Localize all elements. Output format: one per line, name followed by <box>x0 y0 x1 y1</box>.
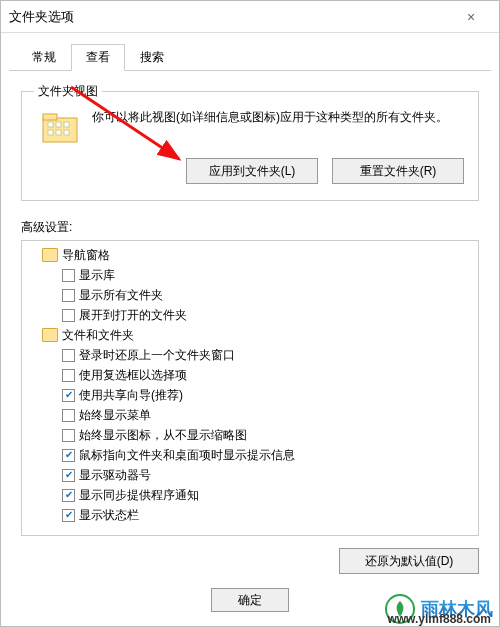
advanced-settings-label: 高级设置: <box>21 219 479 236</box>
svg-rect-5 <box>48 130 53 135</box>
reset-folders-button[interactable]: 重置文件夹(R) <box>332 158 464 184</box>
folder-view-group: 文件夹视图 你可以将此视图(如详细信息或图标)应用于这种类型的所有文件夹。 应用… <box>21 91 479 201</box>
titlebar: 文件夹选项 × <box>1 1 499 33</box>
checkbox[interactable]: ✔ <box>62 449 75 462</box>
tab-content: 文件夹视图 你可以将此视图(如详细信息或图标)应用于这种类型的所有文件夹。 应用… <box>1 71 499 582</box>
tree-group: 文件和文件夹 <box>24 325 476 345</box>
tree-group: 导航窗格 <box>24 245 476 265</box>
checkbox[interactable]: ✔ <box>62 489 75 502</box>
tree-check-item[interactable]: 始终显示图标，从不显示缩略图 <box>24 425 476 445</box>
tree-check-item[interactable]: ✔显示同步提供程序通知 <box>24 485 476 505</box>
tab-search[interactable]: 搜索 <box>125 44 179 71</box>
checkbox[interactable] <box>62 269 75 282</box>
tree-check-item[interactable]: 使用复选框以选择项 <box>24 365 476 385</box>
tree-check-item[interactable]: 显示所有文件夹 <box>24 285 476 305</box>
tree-item-label: 显示状态栏 <box>79 506 139 524</box>
tree-item-label: 登录时还原上一个文件夹窗口 <box>79 346 235 364</box>
tree-check-item[interactable]: ✔显示状态栏 <box>24 505 476 525</box>
tree-check-item[interactable]: 展开到打开的文件夹 <box>24 305 476 325</box>
svg-rect-2 <box>48 122 53 127</box>
checkbox[interactable] <box>62 409 75 422</box>
dialog-button-row: 确定 <box>1 588 499 612</box>
svg-rect-1 <box>43 114 57 120</box>
folder-icon <box>42 110 78 144</box>
checkbox[interactable]: ✔ <box>62 389 75 402</box>
tab-strip: 常规 查看 搜索 <box>9 37 491 71</box>
tree-check-item[interactable]: ✔显示驱动器号 <box>24 465 476 485</box>
folder-view-description: 你可以将此视图(如详细信息或图标)应用于这种类型的所有文件夹。 <box>92 108 464 126</box>
checkbox[interactable] <box>62 309 75 322</box>
tree-item-label: 始终显示菜单 <box>79 406 151 424</box>
tab-general[interactable]: 常规 <box>17 44 71 71</box>
window-title: 文件夹选项 <box>9 8 451 26</box>
advanced-settings-list[interactable]: 导航窗格显示库显示所有文件夹展开到打开的文件夹文件和文件夹登录时还原上一个文件夹… <box>21 240 479 536</box>
tree-item-label: 鼠标指向文件夹和桌面项时显示提示信息 <box>79 446 295 464</box>
tree-item-label: 文件和文件夹 <box>62 326 134 344</box>
tree-item-label: 展开到打开的文件夹 <box>79 306 187 324</box>
tab-view[interactable]: 查看 <box>71 44 125 71</box>
tree-item-label: 显示所有文件夹 <box>79 286 163 304</box>
apply-to-folders-button[interactable]: 应用到文件夹(L) <box>186 158 318 184</box>
svg-rect-6 <box>56 130 61 135</box>
tree-item-label: 导航窗格 <box>62 246 110 264</box>
tree-check-item[interactable]: ✔使用共享向导(推荐) <box>24 385 476 405</box>
svg-rect-3 <box>56 122 61 127</box>
checkbox[interactable]: ✔ <box>62 469 75 482</box>
folder-icon <box>42 248 58 262</box>
tree-item-label: 始终显示图标，从不显示缩略图 <box>79 426 247 444</box>
ok-button[interactable]: 确定 <box>211 588 289 612</box>
tree-item-label: 使用复选框以选择项 <box>79 366 187 384</box>
folder-icon <box>42 328 58 342</box>
restore-defaults-button[interactable]: 还原为默认值(D) <box>339 548 479 574</box>
tree-check-item[interactable]: ✔鼠标指向文件夹和桌面项时显示提示信息 <box>24 445 476 465</box>
svg-rect-4 <box>64 122 69 127</box>
checkbox[interactable] <box>62 349 75 362</box>
close-button[interactable]: × <box>451 9 491 25</box>
tree-check-item[interactable]: 登录时还原上一个文件夹窗口 <box>24 345 476 365</box>
tree-item-label: 使用共享向导(推荐) <box>79 386 183 404</box>
tree-item-label: 显示同步提供程序通知 <box>79 486 199 504</box>
tree-check-item[interactable]: 显示库 <box>24 265 476 285</box>
tree-item-label: 显示驱动器号 <box>79 466 151 484</box>
checkbox[interactable] <box>62 369 75 382</box>
svg-rect-7 <box>64 130 69 135</box>
checkbox[interactable] <box>62 429 75 442</box>
watermark-url: www.ylmf888.com <box>387 612 491 626</box>
checkbox[interactable] <box>62 289 75 302</box>
tree-check-item[interactable]: 始终显示菜单 <box>24 405 476 425</box>
tree-item-label: 显示库 <box>79 266 115 284</box>
folder-view-legend: 文件夹视图 <box>34 83 102 100</box>
checkbox[interactable]: ✔ <box>62 509 75 522</box>
